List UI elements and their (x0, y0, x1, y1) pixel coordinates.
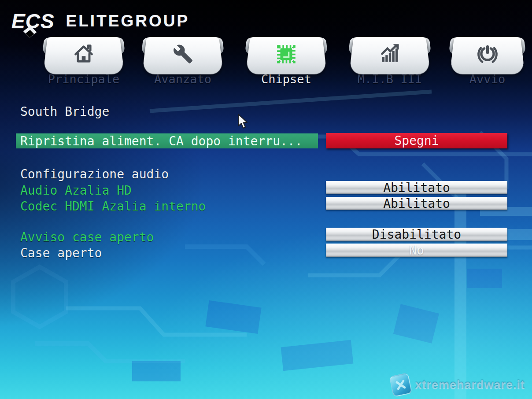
watermark-text: xtremehardware.it (415, 378, 525, 392)
setting-label-case-aperto: Case aperto (20, 246, 102, 260)
tab-chipset[interactable]: Chipset (244, 37, 328, 86)
selected-setting-label: Ripristina aliment. CA dopo interru... (20, 134, 303, 148)
selected-setting-row[interactable]: Ripristina aliment. CA dopo interru... (16, 133, 318, 148)
tab-principale[interactable]: Principale (42, 37, 126, 86)
codec-hdmi-value-button[interactable]: Abilitato (326, 197, 507, 210)
tab-avvio[interactable]: Avvio (448, 37, 526, 86)
section-title: South Bridge (20, 104, 109, 119)
mouse-cursor-icon (237, 114, 250, 132)
audio-group-title: Configurazione audio (20, 167, 169, 181)
tab-mib-iii[interactable]: M.I.B III (348, 37, 432, 86)
wrench-icon (171, 42, 194, 67)
watermark: xtremehardware.it (391, 374, 525, 395)
selected-setting-value-button[interactable]: Spegni (326, 133, 507, 148)
audio-azalia-value-button[interactable]: Abilitato (326, 181, 507, 194)
home-icon (72, 42, 95, 67)
chart-icon (378, 42, 401, 67)
brand-logo: ECS ELITEGROUP (11, 8, 189, 34)
power-icon (476, 42, 499, 67)
setting-label-codec-hdmi[interactable]: Codec HDMI Azalia interno (20, 199, 206, 214)
case-aperto-value-button: No (326, 244, 507, 257)
chip-icon (274, 42, 298, 68)
setting-label-avviso-case[interactable]: Avviso case aperto (20, 230, 154, 244)
bios-screen: ECS ELITEGROUP Principale (0, 0, 532, 399)
watermark-x-icon (389, 373, 413, 397)
setting-label-audio-azalia[interactable]: Audio Azalia HD (20, 183, 132, 198)
avviso-case-value-button[interactable]: Disabilitato (326, 228, 507, 241)
tab-avanzato[interactable]: Avanzato (141, 37, 225, 86)
brand-name: ELITEGROUP (66, 12, 190, 30)
